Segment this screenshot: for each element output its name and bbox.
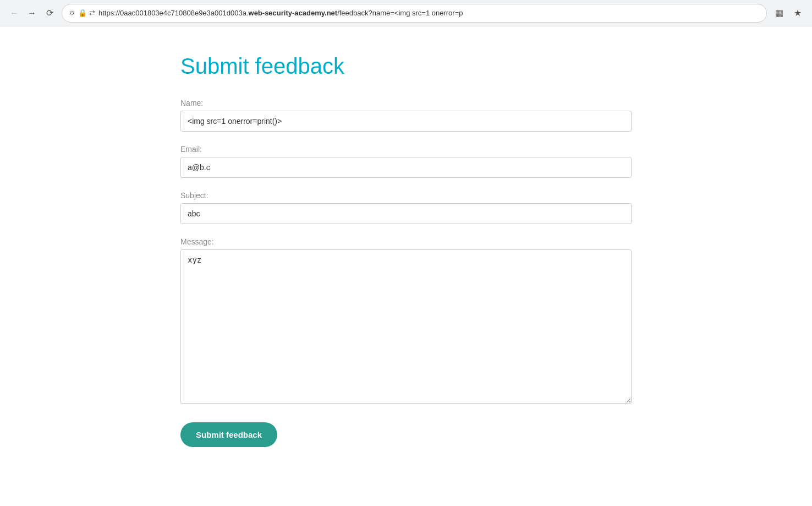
qr-button[interactable]: ▦ (771, 6, 787, 21)
message-group: Message: (180, 237, 632, 404)
name-label: Name: (180, 99, 632, 107)
page-content: Submit feedback Name: Email: Subject: Me… (158, 26, 654, 480)
forward-button[interactable]: → (24, 6, 40, 21)
browser-actions: ▦ ★ (771, 6, 805, 21)
message-textarea[interactable] (180, 249, 632, 404)
address-bar[interactable]: ⛭ 🔒 ⇄ https://0aac001803e4c710808e9e3a00… (62, 4, 767, 23)
message-label: Message: (180, 237, 632, 246)
page-title: Submit feedback (180, 54, 632, 79)
subject-group: Subject: (180, 191, 632, 224)
browser-chrome: ← → ⟳ ⛭ 🔒 ⇄ https://0aac001803e4c710808e… (0, 0, 812, 26)
back-button[interactable]: ← (7, 6, 22, 21)
bookmark-button[interactable]: ★ (790, 6, 805, 21)
url-prefix: https://0aac001803e4c710808e9e3a001d003a… (98, 9, 249, 17)
connection-icon: ⇄ (89, 9, 95, 17)
submit-button[interactable]: Submit feedback (180, 422, 277, 447)
nav-buttons: ← → ⟳ (7, 6, 57, 21)
lock-icon: 🔒 (78, 9, 87, 17)
name-input[interactable] (180, 111, 632, 132)
name-group: Name: (180, 99, 632, 132)
shield-icon: ⛭ (69, 9, 76, 17)
reload-button[interactable]: ⟳ (42, 6, 57, 21)
url-suffix: /feedback?name=<img src=1 onerror=p (337, 9, 463, 17)
email-input[interactable] (180, 157, 632, 178)
email-group: Email: (180, 145, 632, 178)
url-bold: web-security-academy.net (249, 9, 338, 17)
feedback-form: Name: Email: Subject: Message: Submit fe… (180, 99, 632, 447)
email-label: Email: (180, 145, 632, 154)
url-display: https://0aac001803e4c710808e9e3a001d003a… (98, 9, 760, 17)
subject-input[interactable] (180, 203, 632, 224)
address-bar-icons: ⛭ 🔒 ⇄ (69, 9, 95, 17)
subject-label: Subject: (180, 191, 632, 200)
